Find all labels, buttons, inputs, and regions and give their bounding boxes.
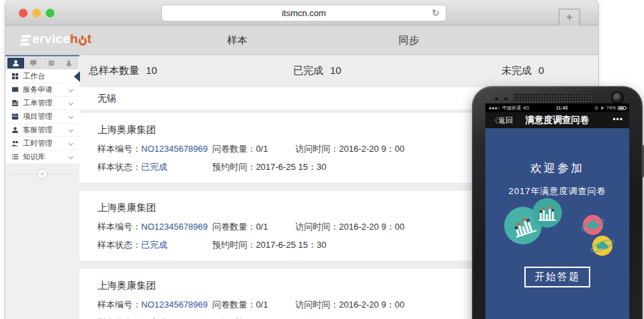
sample-no-label: 样本编号： bbox=[97, 144, 141, 154]
nav-tab-sample[interactable]: 样本 bbox=[227, 26, 247, 55]
network-label: 4G bbox=[523, 105, 529, 110]
location-icon: ➤ bbox=[600, 105, 604, 111]
visit-time-value: 2016-2-20 9：00 bbox=[339, 144, 405, 154]
sidebar-item-customer-service[interactable]: 客服管理 bbox=[5, 124, 79, 137]
visit-time-label: 访问时间： bbox=[295, 300, 339, 310]
cloud-decoration-icon bbox=[590, 234, 615, 257]
battery-icon bbox=[618, 106, 626, 110]
reload-icon[interactable]: ↻ bbox=[432, 5, 440, 21]
logo-hot-text: ht bbox=[70, 32, 91, 46]
survey-subtitle: 2017年满意度调查问卷 bbox=[485, 185, 629, 197]
sidebar-item-label: 工单管理 bbox=[23, 98, 52, 108]
grid-icon bbox=[11, 73, 19, 80]
sidebar-item-label: 工作台 bbox=[23, 71, 45, 81]
sidebar-item-knowledge-base[interactable]: 知识库 bbox=[5, 150, 79, 164]
address-bar[interactable]: itsmcn.com ↻ bbox=[161, 5, 446, 21]
active-item-arrow-icon bbox=[74, 71, 80, 82]
welcome-heading: 欢迎参加 bbox=[485, 128, 629, 176]
list-icon bbox=[48, 60, 55, 66]
sample-status-link[interactable]: 已完成 bbox=[141, 162, 167, 172]
zoom-window-button[interactable] bbox=[46, 9, 54, 17]
phone-status-bar: ●●●○ 中国联通 4G 11:43 ⊙ ➤ 74% bbox=[485, 103, 629, 112]
calendar-icon bbox=[11, 113, 19, 120]
sample-number-link[interactable]: NO12345678969 bbox=[141, 222, 208, 232]
more-menu-button[interactable]: ••• bbox=[612, 112, 623, 127]
battery-percent-label: 74% bbox=[606, 105, 616, 110]
sidebar-collapse-row: « bbox=[5, 167, 79, 181]
nav-tab-sync[interactable]: 同步 bbox=[399, 26, 419, 55]
close-window-button[interactable] bbox=[19, 9, 28, 17]
appointment-time-value: 2017-6-25 15：30 bbox=[256, 240, 327, 250]
survey-count-label: 问卷数量： bbox=[212, 300, 256, 310]
sidebar-item-project-mgmt[interactable]: 项目管理 bbox=[5, 110, 79, 124]
book-icon bbox=[11, 86, 19, 93]
logo-power-o-icon bbox=[79, 37, 87, 46]
stat-total: 总样本数量10 bbox=[89, 55, 157, 86]
chevron-down-icon bbox=[69, 128, 73, 132]
visit-time-value: 2016-2-20 9：00 bbox=[339, 300, 405, 310]
chevron-down-icon bbox=[69, 114, 73, 119]
sample-number-link[interactable]: NO12345678969 bbox=[141, 300, 208, 310]
flask-icon bbox=[65, 60, 73, 66]
sample-number-link[interactable]: NO12345678969 bbox=[141, 144, 208, 154]
phone-body: ●●●○ 中国联通 4G 11:43 ⊙ ➤ 74% 〈返回 满意度调查问卷 •… bbox=[472, 86, 643, 319]
sidebar-item-workbench[interactable]: 工作台 bbox=[5, 70, 79, 83]
chart-decoration-icon bbox=[532, 198, 562, 228]
sidebar: 工作台 服务申请 工单管理 项目管理 bbox=[5, 55, 79, 319]
minimize-window-button[interactable] bbox=[32, 9, 41, 17]
people-icon bbox=[11, 140, 19, 147]
back-button[interactable]: 〈返回 bbox=[491, 112, 513, 128]
sidebar-item-label: 知识库 bbox=[23, 152, 45, 162]
sidebar-tab-list[interactable] bbox=[43, 58, 60, 69]
survey-count-label: 问卷数量： bbox=[212, 222, 256, 232]
phone-nav-bar: 〈返回 满意度调查问卷 ••• bbox=[485, 112, 629, 128]
start-survey-button[interactable]: 开始答题 bbox=[524, 267, 590, 287]
visit-time-value: 2016-2-20 9：00 bbox=[339, 222, 405, 232]
sidebar-tab-monitor[interactable] bbox=[26, 58, 42, 69]
sample-no-label: 样本编号： bbox=[97, 222, 141, 232]
sidebar-tabstrip bbox=[5, 55, 79, 70]
sidebar-tab-flask[interactable] bbox=[61, 58, 78, 69]
collapse-sidebar-button[interactable]: « bbox=[37, 169, 48, 179]
logo-s-icon bbox=[20, 35, 32, 46]
stat-undone: 未完成0 bbox=[501, 55, 544, 86]
browser-toolbar: itsmcn.com ↻ + bbox=[5, 0, 598, 26]
sidebar-tab-user[interactable] bbox=[7, 58, 24, 69]
survey-count-value: 0/1 bbox=[256, 300, 268, 310]
appointment-time-label: 预约时间： bbox=[212, 162, 256, 172]
appointment-time-label: 预约时间： bbox=[212, 240, 256, 250]
visit-time-label: 访问时间： bbox=[295, 222, 339, 232]
sidebar-menu: 工作台 服务申请 工单管理 项目管理 bbox=[5, 70, 79, 164]
sample-no-label: 样本编号： bbox=[97, 300, 141, 310]
survey-welcome-screen: 欢迎参加 2017年满意度调查问卷 bbox=[485, 128, 629, 319]
sample-status-label: 样本状态： bbox=[97, 162, 141, 172]
ticket-icon bbox=[11, 99, 19, 107]
chevron-down-icon bbox=[69, 101, 73, 105]
servicehot-logo[interactable]: ervice ht bbox=[20, 32, 91, 46]
sidebar-item-ticket-mgmt[interactable]: 工单管理 bbox=[5, 97, 79, 110]
back-chevron-icon: 〈 bbox=[491, 116, 498, 124]
user-icon bbox=[12, 60, 19, 66]
phone-screen: ●●●○ 中国联通 4G 11:43 ⊙ ➤ 74% 〈返回 满意度调查问卷 •… bbox=[485, 103, 629, 319]
monitor-icon bbox=[30, 60, 37, 66]
sample-status-link[interactable]: 已完成 bbox=[141, 240, 167, 250]
stat-done: 已完成10 bbox=[293, 55, 341, 86]
sidebar-item-service-request[interactable]: 服务申请 bbox=[5, 83, 79, 97]
phone-mockup: ●●●○ 中国联通 4G 11:43 ⊙ ➤ 74% 〈返回 满意度调查问卷 •… bbox=[472, 86, 643, 319]
phone-sensor-icon bbox=[504, 97, 508, 100]
cloud-decoration-icon bbox=[580, 214, 606, 236]
survey-count-label: 问卷数量： bbox=[212, 144, 256, 154]
chevron-down-icon bbox=[69, 141, 73, 146]
sidebar-item-worktime-mgmt[interactable]: 工时管理 bbox=[5, 137, 79, 150]
appointment-time-value: 2017-6-25 15：30 bbox=[256, 162, 327, 172]
new-tab-button[interactable]: + bbox=[559, 9, 580, 26]
app-header: ervice ht 样本 同步 bbox=[5, 26, 598, 55]
signal-dots-icon: ●●●○ bbox=[489, 105, 500, 110]
sidebar-item-label: 项目管理 bbox=[23, 111, 52, 122]
stats-bar: 总样本数量10 已完成10 未完成0 bbox=[79, 55, 598, 86]
phone-front-camera bbox=[611, 91, 624, 104]
sample-status-label: 样本状态： bbox=[97, 240, 141, 250]
survey-count-value: 0/1 bbox=[256, 144, 268, 154]
chevron-down-icon bbox=[69, 154, 73, 159]
phone-speaker-grille bbox=[514, 93, 593, 102]
